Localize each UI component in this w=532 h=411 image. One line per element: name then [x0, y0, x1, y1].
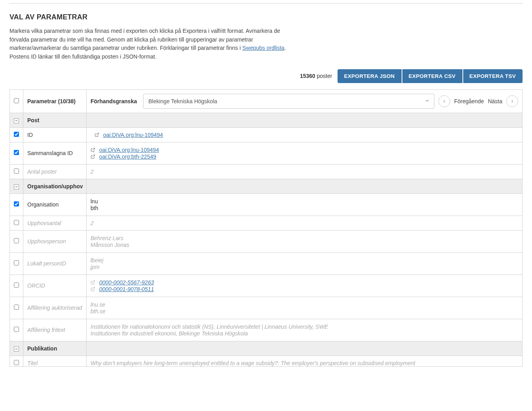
param-label: ORCID: [23, 275, 87, 297]
collapse-icon[interactable]: −: [14, 347, 19, 352]
svg-line-1: [92, 148, 95, 150]
local-id-1: lbeiej: [91, 257, 518, 263]
export-json-button[interactable]: EXPORTERA JSON: [338, 69, 401, 83]
post-count-word: poster: [317, 73, 332, 79]
group-row-org: − Organisation/upphov: [10, 179, 523, 193]
param-label: Sammanslagna ID: [23, 142, 87, 164]
param-checkbox[interactable]: [14, 282, 19, 288]
table-row: ORCID 0000-0002-5567-9263 0000-0001-9078…: [10, 275, 523, 297]
param-value: 2: [87, 164, 523, 179]
param-checkbox[interactable]: [14, 327, 19, 332]
svg-line-0: [96, 133, 99, 135]
table-row: Sammanslagna ID oai:DiVA.org:lnu-109494 …: [10, 142, 523, 164]
preview-select-value: Blekinge Tekniska Högskola: [148, 98, 217, 104]
param-checkbox[interactable]: [14, 305, 19, 310]
external-link-icon: [91, 154, 95, 159]
merged-id-link-2[interactable]: oai:DiVA.org:bth-22549: [99, 153, 157, 160]
aff-auth-2: bth.se: [91, 308, 518, 314]
table-row: Organisation lnu bth: [10, 193, 523, 216]
chevron-right-icon: [510, 99, 515, 104]
aff-text-2: Institutionen för industriell ekonomi, B…: [91, 330, 518, 337]
param-label: Antal poster: [23, 164, 87, 179]
table-row: Upphovsperson Behrenz Lars Månsson Jonas: [10, 230, 523, 252]
param-label: Organisation: [23, 193, 87, 216]
top-divider: [9, 3, 523, 4]
param-checkbox[interactable]: [14, 150, 19, 155]
table-row: Upphovsantal 2: [10, 216, 523, 230]
table-row: Titel Why don't employers hire long-term…: [10, 356, 523, 366]
table-row: ID oai:DiVA.org:lnu-109494: [10, 127, 523, 142]
external-link-icon: [91, 286, 95, 291]
parameter-table: Parametrar (10/38) Förhandsgranska Bleki…: [9, 89, 523, 367]
param-label: Affiliering auktoriserad: [23, 297, 87, 319]
param-checkbox[interactable]: [14, 201, 19, 206]
author-1: Behrenz Lars: [91, 235, 518, 241]
group-row-post: − Post: [10, 113, 523, 127]
next-button[interactable]: [506, 95, 518, 107]
table-row: Antal poster 2: [10, 164, 523, 179]
prev-button[interactable]: [438, 95, 450, 107]
group-row-pub: − Publikation: [10, 341, 523, 356]
prev-label: Föregående: [454, 98, 484, 104]
table-row: Lokalt personID lbeiej jpm: [10, 252, 523, 275]
export-tsv-button[interactable]: EXPORTERA TSV: [463, 69, 523, 83]
param-label: Affiliering fritext: [23, 319, 87, 341]
param-label: Upphovsantal: [23, 216, 87, 230]
preview-controls: Förhandsgranska Blekinge Tekniska Högsko…: [91, 94, 518, 109]
intro-text-before: Markera vilka parametrar som ska finnas …: [9, 28, 280, 51]
param-value: 2: [87, 216, 523, 230]
org-value-1: lnu: [91, 198, 518, 205]
orcid-link-2[interactable]: 0000-0001-9078-0511: [99, 286, 154, 292]
chevron-down-icon: [424, 98, 430, 104]
group-label-pub[interactable]: Publikation: [23, 341, 87, 356]
collapse-icon[interactable]: −: [14, 184, 19, 189]
id-link[interactable]: oai:DiVA.org:lnu-109494: [103, 132, 163, 138]
external-link-icon: [91, 147, 95, 152]
param-label: Titel: [23, 356, 87, 366]
svg-line-4: [92, 287, 95, 290]
external-link-icon: [94, 132, 99, 137]
external-link-icon: [91, 280, 95, 284]
group-label-org[interactable]: Organisation/upphov: [23, 179, 87, 193]
preview-label: Förhandsgranska: [91, 98, 137, 104]
collapse-icon[interactable]: −: [14, 118, 19, 123]
param-label: Upphovsperson: [23, 230, 87, 252]
param-label: Lokalt personID: [23, 252, 87, 275]
select-all-checkbox[interactable]: [14, 98, 19, 103]
titel-value: Why don't employers hire long-term unemp…: [87, 356, 523, 366]
next-label: Nästa: [488, 98, 502, 104]
parametrar-header: Parametrar (10/38): [23, 89, 87, 113]
table-row: Affiliering fritext Institutionen för na…: [10, 319, 523, 341]
post-count-number: 15360: [300, 73, 315, 79]
export-bar: 15360 poster EXPORTERA JSON EXPORTERA CS…: [9, 69, 523, 83]
local-id-2: jpm: [91, 264, 518, 270]
param-checkbox[interactable]: [14, 220, 19, 225]
param-checkbox[interactable]: [14, 260, 19, 265]
svg-line-3: [92, 280, 95, 283]
post-count: 15360 poster: [300, 73, 332, 79]
merged-id-link-1[interactable]: oai:DiVA.org:lnu-109494: [99, 147, 159, 153]
param-label: ID: [23, 127, 87, 142]
aff-auth-1: lnu.se: [91, 301, 518, 308]
export-csv-button[interactable]: EXPORTERA CSV: [402, 69, 462, 83]
glossary-link[interactable]: Swepubs ordlista: [242, 45, 285, 51]
param-checkbox[interactable]: [14, 238, 19, 243]
chevron-left-icon: [442, 99, 447, 104]
param-checkbox[interactable]: [14, 169, 19, 174]
svg-line-2: [92, 155, 95, 157]
group-label-post[interactable]: Post: [23, 113, 87, 127]
param-checkbox[interactable]: [14, 132, 19, 137]
org-value-2: bth: [91, 205, 518, 211]
param-checkbox[interactable]: [14, 360, 19, 365]
preview-select[interactable]: Blekinge Tekniska Högskola: [143, 94, 434, 109]
orcid-link-1[interactable]: 0000-0002-5567-9263: [99, 279, 154, 286]
author-2: Månsson Jonas: [91, 242, 518, 248]
section-title: VAL AV PARAMETRAR: [9, 13, 523, 21]
intro-paragraph: Markera vilka parametrar som ska finnas …: [9, 27, 294, 61]
header-row: Parametrar (10/38) Förhandsgranska Bleki…: [10, 89, 523, 113]
table-row: Affiliering auktoriserad lnu.se bth.se: [10, 297, 523, 319]
aff-text-1: Institutionen för nationalekonomi och st…: [91, 324, 518, 330]
